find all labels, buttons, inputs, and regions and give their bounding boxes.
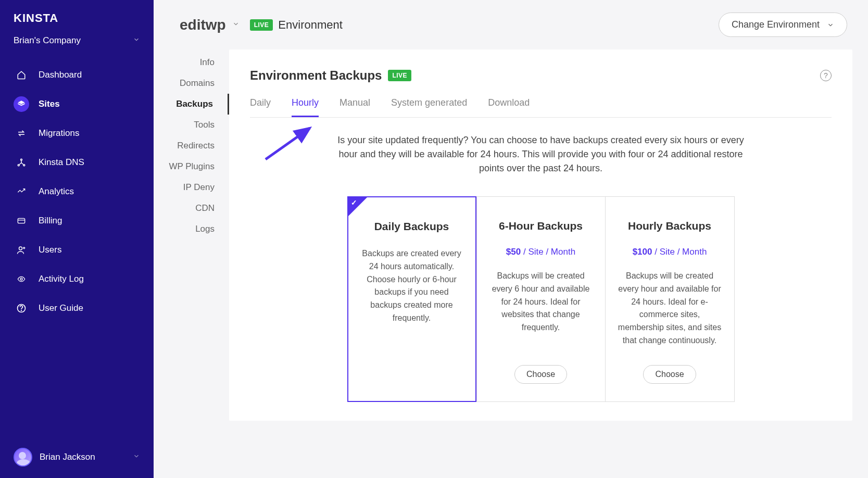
nav-sites[interactable]: Sites xyxy=(0,90,154,119)
home-icon xyxy=(14,67,29,83)
nav-label: Sites xyxy=(39,99,60,109)
sidebar: KINSTA Brian's Company Dashboard Sites M… xyxy=(0,0,154,478)
card-desc: Backups will be created every hour and a… xyxy=(618,270,722,347)
svg-point-9 xyxy=(20,278,22,280)
nav-label: Dashboard xyxy=(39,70,82,80)
svg-point-2 xyxy=(18,165,19,166)
nav-label: Users xyxy=(39,245,61,255)
plan-card-6hour[interactable]: 6-Hour Backups $50 / Site / Month Backup… xyxy=(476,196,606,402)
company-selector[interactable]: Brian's Company xyxy=(0,32,154,60)
chevron-down-icon xyxy=(133,452,140,462)
svg-point-3 xyxy=(23,165,25,166)
site-subnav: Info Domains Backups Tools Redirects WP … xyxy=(154,0,229,478)
nav-label: Kinsta DNS xyxy=(39,157,84,168)
chart-icon xyxy=(14,184,29,199)
nav-label: Activity Log xyxy=(39,274,84,284)
chevron-down-icon xyxy=(133,35,140,46)
tab-system[interactable]: System generated xyxy=(391,97,467,117)
nav-label: Analytics xyxy=(39,186,74,197)
nav-dns[interactable]: Kinsta DNS xyxy=(0,148,154,177)
arrows-icon xyxy=(14,125,29,141)
svg-rect-4 xyxy=(18,218,24,223)
subnav-tools[interactable]: Tools xyxy=(154,115,229,135)
chevron-down-icon[interactable] xyxy=(232,20,240,30)
tab-hourly[interactable]: Hourly xyxy=(292,97,319,117)
user-name: Brian Jackson xyxy=(40,452,95,462)
subnav-wpplugins[interactable]: WP Plugins xyxy=(154,156,229,177)
site-name: editwp xyxy=(180,17,226,33)
tab-download[interactable]: Download xyxy=(488,97,530,117)
subnav-domains[interactable]: Domains xyxy=(154,73,229,94)
nav-migrations[interactable]: Migrations xyxy=(0,119,154,148)
svg-text:KINSTA: KINSTA xyxy=(14,11,58,24)
subnav-cdn[interactable]: CDN xyxy=(154,198,229,219)
nav-activity[interactable]: Activity Log xyxy=(0,265,154,294)
card-desc: Backups are created every 24 hours autom… xyxy=(361,247,463,325)
layers-icon xyxy=(14,96,29,112)
help-icon xyxy=(14,300,29,316)
card-title: Daily Backups xyxy=(361,220,463,233)
help-icon[interactable]: ? xyxy=(820,70,832,81)
choose-button[interactable]: Choose xyxy=(643,365,696,384)
subnav-info[interactable]: Info xyxy=(154,52,229,73)
plan-card-hourly[interactable]: Hourly Backups $100 / Site / Month Backu… xyxy=(606,196,735,402)
chevron-down-icon xyxy=(827,21,834,29)
logo: KINSTA xyxy=(0,11,154,32)
card-price: $50 / Site / Month xyxy=(489,247,593,257)
nav-analytics[interactable]: Analytics xyxy=(0,177,154,206)
nav-label: Migrations xyxy=(39,128,79,139)
main-nav: Dashboard Sites Migrations Kinsta DNS An… xyxy=(0,60,154,323)
nav-users[interactable]: Users xyxy=(0,235,154,265)
panel-title: Environment Backups xyxy=(250,68,382,83)
svg-line-13 xyxy=(266,128,310,159)
card-title: Hourly Backups xyxy=(618,220,722,232)
nav-label: Billing xyxy=(39,216,62,226)
nav-dashboard[interactable]: Dashboard xyxy=(0,60,154,90)
nav-label: User Guide xyxy=(39,303,83,313)
live-badge: LIVE xyxy=(388,70,411,81)
change-environment-button[interactable]: Change Environment xyxy=(719,12,847,37)
choose-button[interactable]: Choose xyxy=(514,365,567,384)
tab-manual[interactable]: Manual xyxy=(339,97,370,117)
plan-cards: Daily Backups Backups are created every … xyxy=(250,196,832,402)
user-plus-icon xyxy=(14,242,29,258)
card-icon xyxy=(14,213,29,229)
environment-label: Environment xyxy=(278,18,343,32)
live-badge: LIVE xyxy=(250,19,273,31)
svg-point-1 xyxy=(21,159,22,160)
subnav-redirects[interactable]: Redirects xyxy=(154,135,229,156)
card-desc: Backups will be created every 6 hour and… xyxy=(489,270,593,334)
topbar: editwp LIVE Environment Change Environme… xyxy=(154,12,852,37)
button-label: Change Environment xyxy=(732,19,820,30)
backups-panel: Environment Backups LIVE ? Daily Hourly … xyxy=(229,49,852,421)
card-title: 6-Hour Backups xyxy=(489,220,593,232)
tab-daily[interactable]: Daily xyxy=(250,97,271,117)
backup-tabs: Daily Hourly Manual System generated Dow… xyxy=(250,97,832,118)
subnav-logs[interactable]: Logs xyxy=(154,219,229,240)
company-name: Brian's Company xyxy=(14,35,81,46)
panel-header: Environment Backups LIVE ? xyxy=(250,68,832,83)
plan-card-daily[interactable]: Daily Backups Backups are created every … xyxy=(347,196,476,402)
intro-text: Is your site updated frequently? You can… xyxy=(328,133,754,175)
card-price: $100 / Site / Month xyxy=(618,247,722,257)
avatar xyxy=(14,448,32,467)
subnav-backups[interactable]: Backups xyxy=(154,94,229,115)
user-menu[interactable]: Brian Jackson xyxy=(0,448,154,467)
network-icon xyxy=(14,155,29,170)
nav-billing[interactable]: Billing xyxy=(0,206,154,235)
subnav-ipdeny[interactable]: IP Deny xyxy=(154,177,229,198)
nav-guide[interactable]: User Guide xyxy=(0,294,154,323)
eye-icon xyxy=(14,271,29,287)
svg-point-6 xyxy=(19,247,22,250)
main-content: editwp LIVE Environment Change Environme… xyxy=(229,0,868,478)
svg-point-11 xyxy=(21,310,22,311)
